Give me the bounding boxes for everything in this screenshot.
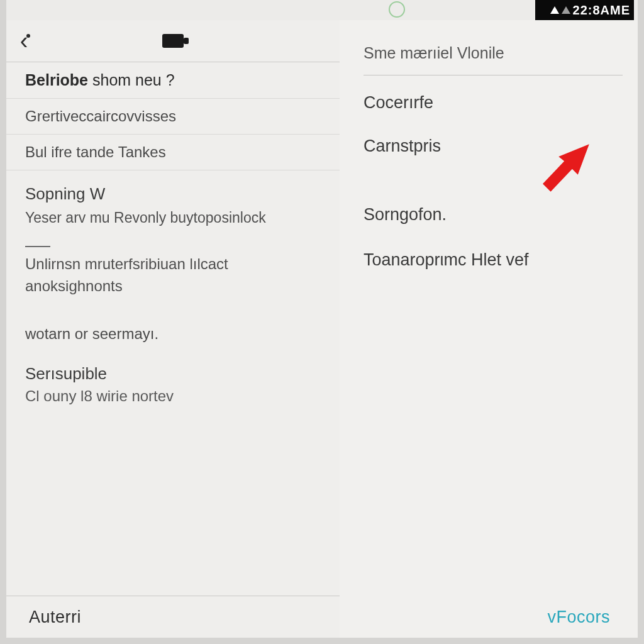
- right-item-sorngofon[interactable]: Sorngofon.: [364, 205, 623, 225]
- list-item[interactable]: Grertiveccaircovvisses: [6, 99, 340, 135]
- right-item-cocenrfe[interactable]: Cocerırfe: [364, 93, 623, 113]
- section-sub: Yeser arv mu Revonly buytoposinlock: [25, 208, 321, 228]
- footer-left-label: Auterri: [29, 608, 81, 627]
- list-item-title: Serısupible: [25, 364, 321, 384]
- clock-text: 22:8AME: [573, 3, 630, 18]
- camera-icon[interactable]: [162, 34, 184, 48]
- right-item-toanaropr[interactable]: Toanaroprιmc Hlet vef: [364, 248, 623, 272]
- right-heading: Sme mærıiel Vlonile: [364, 44, 623, 75]
- status-bar: 22:8AME: [6, 0, 638, 20]
- list-heading: Belriobe shom neu ?: [25, 71, 175, 89]
- list-item[interactable]: Serısupible Cl ouny l8 wirie nortev: [6, 345, 340, 408]
- footer-right-label: vFocors: [547, 608, 610, 627]
- section: Sopning W Yeser arv mu Revonly buytoposi…: [6, 170, 340, 231]
- divider-short: [25, 246, 50, 247]
- section-title: Sopning W: [25, 184, 321, 204]
- status-indicator-icon: [389, 1, 405, 18]
- signal-icon: [562, 6, 570, 14]
- list-item[interactable]: Bul ifre tande Tankes: [6, 135, 340, 170]
- list-item-sub: Cl ouny l8 wirie nortev: [25, 387, 321, 405]
- back-button[interactable]: ‹: [6, 29, 44, 53]
- footer-left-button[interactable]: Auterri: [6, 596, 340, 638]
- footer-right-button[interactable]: vFocors: [340, 596, 638, 638]
- signal-icon: [550, 6, 559, 14]
- list-item-label: Bul ifre tande Tankes: [25, 143, 166, 160]
- right-item-carnstpris[interactable]: Carnstpris: [364, 136, 623, 156]
- list-heading-row[interactable]: Belriobe shom neu ?: [6, 62, 340, 99]
- app-screen: 22:8AME ‹ ‹‹ Belriobe shom neu ? Grertiv…: [0, 0, 644, 644]
- left-pane: ‹ ‹‹ Belriobe shom neu ? Grertiveccairco…: [6, 20, 340, 638]
- paragraph: Unlirnsn mruterfsribiuan lılcact anoksig…: [6, 250, 340, 310]
- right-pane: Sme mærıiel Vlonile Cocerırfe Carnstpris…: [340, 20, 638, 638]
- status-bar-right: 22:8AME: [535, 0, 634, 20]
- list-item[interactable]: wotarn or seermayı.: [6, 310, 340, 345]
- list-item-label: Grertiveccaircovvisses: [25, 108, 176, 125]
- list-item-label: wotarn or seermayı.: [25, 325, 321, 343]
- left-header: ‹ ‹‹: [6, 20, 340, 62]
